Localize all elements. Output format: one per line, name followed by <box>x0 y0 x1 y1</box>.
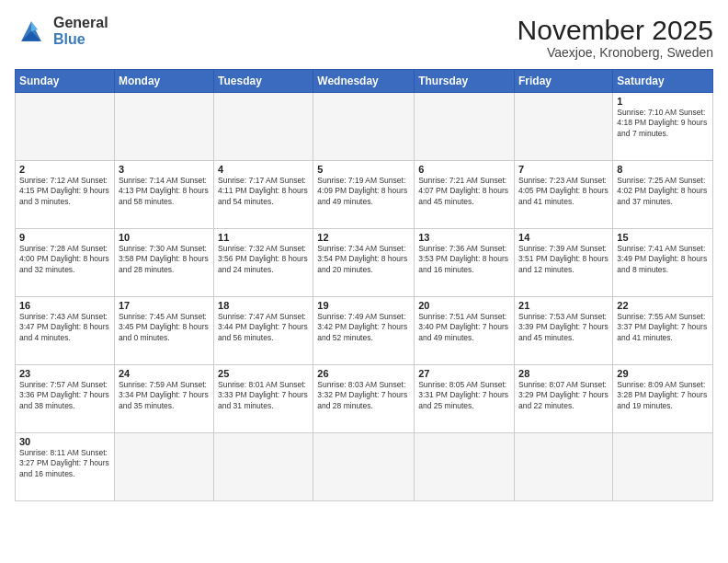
svg-marker-2 <box>31 21 38 31</box>
day-info: Sunrise: 7:49 AM Sunset: 3:42 PM Dayligh… <box>317 312 410 343</box>
header-thursday: Thursday <box>415 70 515 93</box>
day-info: Sunrise: 7:43 AM Sunset: 3:47 PM Dayligh… <box>19 312 110 343</box>
day-number: 22 <box>617 300 709 311</box>
table-row: 24Sunrise: 7:59 AM Sunset: 3:34 PM Dayli… <box>114 365 213 433</box>
table-row: 23Sunrise: 7:57 AM Sunset: 3:36 PM Dayli… <box>16 365 115 433</box>
table-row: 28Sunrise: 8:07 AM Sunset: 3:29 PM Dayli… <box>515 365 613 433</box>
day-info: Sunrise: 8:05 AM Sunset: 3:31 PM Dayligh… <box>418 380 510 411</box>
table-row <box>515 433 613 501</box>
table-row: 4Sunrise: 7:17 AM Sunset: 4:11 PM Daylig… <box>214 161 313 229</box>
table-row <box>515 93 613 161</box>
day-info: Sunrise: 7:23 AM Sunset: 4:05 PM Dayligh… <box>518 176 609 207</box>
header-tuesday: Tuesday <box>214 70 313 93</box>
day-number: 7 <box>518 164 609 175</box>
day-info: Sunrise: 7:12 AM Sunset: 4:15 PM Dayligh… <box>19 176 110 207</box>
day-number: 28 <box>518 368 609 379</box>
calendar-header-row: Sunday Monday Tuesday Wednesday Thursday… <box>16 70 713 93</box>
table-row: 18Sunrise: 7:47 AM Sunset: 3:44 PM Dayli… <box>214 297 313 365</box>
table-row: 12Sunrise: 7:34 AM Sunset: 3:54 PM Dayli… <box>313 229 415 297</box>
day-number: 23 <box>19 368 110 379</box>
day-number: 3 <box>119 164 210 175</box>
table-row: 6Sunrise: 7:21 AM Sunset: 4:07 PM Daylig… <box>415 161 515 229</box>
table-row: 14Sunrise: 7:39 AM Sunset: 3:51 PM Dayli… <box>515 229 613 297</box>
header: General Blue November 2025 Vaexjoe, Kron… <box>15 15 713 60</box>
table-row: 5Sunrise: 7:19 AM Sunset: 4:09 PM Daylig… <box>313 161 415 229</box>
day-number: 25 <box>218 368 309 379</box>
table-row: 26Sunrise: 8:03 AM Sunset: 3:32 PM Dayli… <box>313 365 415 433</box>
table-row <box>613 433 713 501</box>
day-number: 26 <box>317 368 410 379</box>
day-info: Sunrise: 7:14 AM Sunset: 4:13 PM Dayligh… <box>119 176 210 207</box>
day-number: 19 <box>317 300 410 311</box>
day-info: Sunrise: 7:53 AM Sunset: 3:39 PM Dayligh… <box>518 312 609 343</box>
day-info: Sunrise: 7:59 AM Sunset: 3:34 PM Dayligh… <box>119 380 210 411</box>
day-info: Sunrise: 7:28 AM Sunset: 4:00 PM Dayligh… <box>19 244 110 275</box>
day-number: 14 <box>518 232 609 243</box>
day-info: Sunrise: 7:45 AM Sunset: 3:45 PM Dayligh… <box>119 312 210 343</box>
table-row: 22Sunrise: 7:55 AM Sunset: 3:37 PM Dayli… <box>613 297 713 365</box>
day-number: 18 <box>218 300 309 311</box>
table-row: 10Sunrise: 7:30 AM Sunset: 3:58 PM Dayli… <box>114 229 213 297</box>
day-number: 12 <box>317 232 410 243</box>
day-number: 2 <box>19 164 110 175</box>
day-number: 29 <box>617 368 709 379</box>
table-row: 8Sunrise: 7:25 AM Sunset: 4:02 PM Daylig… <box>613 161 713 229</box>
header-friday: Friday <box>515 70 613 93</box>
header-saturday: Saturday <box>613 70 713 93</box>
day-number: 9 <box>19 232 110 243</box>
day-info: Sunrise: 7:30 AM Sunset: 3:58 PM Dayligh… <box>119 244 210 275</box>
day-number: 6 <box>418 164 510 175</box>
day-number: 8 <box>617 164 709 175</box>
day-info: Sunrise: 7:25 AM Sunset: 4:02 PM Dayligh… <box>617 176 709 207</box>
day-info: Sunrise: 8:11 AM Sunset: 3:27 PM Dayligh… <box>19 448 110 479</box>
day-number: 24 <box>119 368 210 379</box>
day-info: Sunrise: 7:36 AM Sunset: 3:53 PM Dayligh… <box>418 244 510 275</box>
day-number: 5 <box>317 164 410 175</box>
day-info: Sunrise: 7:57 AM Sunset: 3:36 PM Dayligh… <box>19 380 110 411</box>
day-number: 1 <box>617 96 709 107</box>
table-row: 15Sunrise: 7:41 AM Sunset: 3:49 PM Dayli… <box>613 229 713 297</box>
day-info: Sunrise: 8:09 AM Sunset: 3:28 PM Dayligh… <box>617 380 709 411</box>
table-row <box>114 93 213 161</box>
table-row: 16Sunrise: 7:43 AM Sunset: 3:47 PM Dayli… <box>16 297 115 365</box>
day-number: 16 <box>19 300 110 311</box>
title-block: November 2025 Vaexjoe, Kronoberg, Sweden <box>518 15 713 60</box>
day-info: Sunrise: 7:32 AM Sunset: 3:56 PM Dayligh… <box>218 244 309 275</box>
day-number: 4 <box>218 164 309 175</box>
table-row: 13Sunrise: 7:36 AM Sunset: 3:53 PM Dayli… <box>415 229 515 297</box>
day-number: 11 <box>218 232 309 243</box>
calendar: Sunday Monday Tuesday Wednesday Thursday… <box>15 69 713 501</box>
table-row: 3Sunrise: 7:14 AM Sunset: 4:13 PM Daylig… <box>114 161 213 229</box>
day-info: Sunrise: 7:10 AM Sunset: 4:18 PM Dayligh… <box>617 108 709 139</box>
table-row: 2Sunrise: 7:12 AM Sunset: 4:15 PM Daylig… <box>16 161 115 229</box>
table-row: 29Sunrise: 8:09 AM Sunset: 3:28 PM Dayli… <box>613 365 713 433</box>
table-row: 11Sunrise: 7:32 AM Sunset: 3:56 PM Dayli… <box>214 229 313 297</box>
month-title: November 2025 <box>518 15 713 45</box>
table-row <box>313 433 415 501</box>
day-number: 21 <box>518 300 609 311</box>
table-row: 21Sunrise: 7:53 AM Sunset: 3:39 PM Dayli… <box>515 297 613 365</box>
day-number: 13 <box>418 232 510 243</box>
day-number: 20 <box>418 300 510 311</box>
table-row: 7Sunrise: 7:23 AM Sunset: 4:05 PM Daylig… <box>515 161 613 229</box>
day-info: Sunrise: 8:03 AM Sunset: 3:32 PM Dayligh… <box>317 380 410 411</box>
table-row: 25Sunrise: 8:01 AM Sunset: 3:33 PM Dayli… <box>214 365 313 433</box>
logo-text: General Blue <box>53 15 108 48</box>
day-info: Sunrise: 7:17 AM Sunset: 4:11 PM Dayligh… <box>218 176 309 207</box>
table-row <box>16 93 115 161</box>
day-number: 17 <box>119 300 210 311</box>
table-row: 20Sunrise: 7:51 AM Sunset: 3:40 PM Dayli… <box>415 297 515 365</box>
table-row <box>313 93 415 161</box>
day-info: Sunrise: 7:39 AM Sunset: 3:51 PM Dayligh… <box>518 244 609 275</box>
table-row <box>214 433 313 501</box>
day-info: Sunrise: 7:41 AM Sunset: 3:49 PM Dayligh… <box>617 244 709 275</box>
table-row: 1Sunrise: 7:10 AM Sunset: 4:18 PM Daylig… <box>613 93 713 161</box>
table-row <box>214 93 313 161</box>
header-monday: Monday <box>114 70 213 93</box>
day-info: Sunrise: 7:34 AM Sunset: 3:54 PM Dayligh… <box>317 244 410 275</box>
table-row: 27Sunrise: 8:05 AM Sunset: 3:31 PM Dayli… <box>415 365 515 433</box>
table-row: 9Sunrise: 7:28 AM Sunset: 4:00 PM Daylig… <box>16 229 115 297</box>
logo-icon <box>15 15 48 48</box>
table-row <box>415 433 515 501</box>
table-row <box>415 93 515 161</box>
